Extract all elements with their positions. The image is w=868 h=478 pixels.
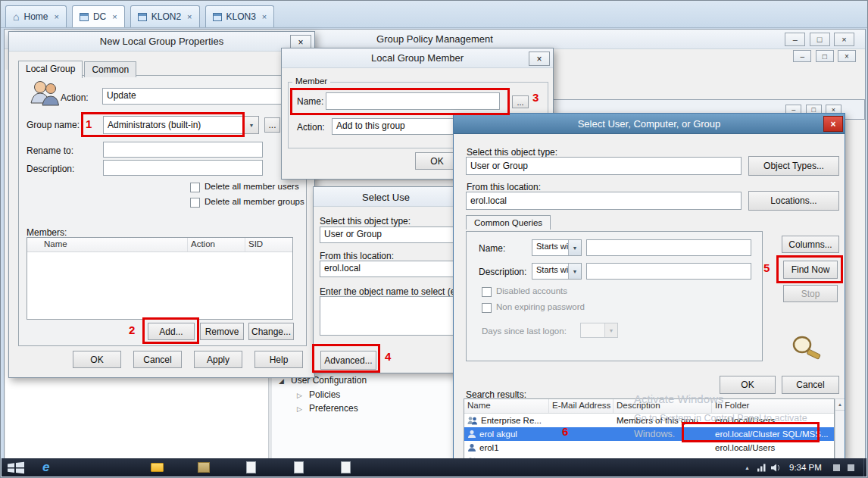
show-desktop-button[interactable] bbox=[863, 458, 868, 476]
tab-close-icon[interactable]: × bbox=[54, 12, 58, 21]
ok-button[interactable]: OK bbox=[720, 376, 776, 394]
taskbar-ie-button[interactable]: e bbox=[42, 458, 49, 476]
taskbar-app-button[interactable] bbox=[294, 458, 304, 476]
tree-expanded-icon[interactable]: ◢ bbox=[279, 377, 284, 385]
description-value-field[interactable] bbox=[586, 263, 751, 280]
tab-klon3-label: KLON3 bbox=[226, 11, 256, 22]
tab-close-icon[interactable]: × bbox=[262, 12, 267, 21]
annotation-number-6: 6 bbox=[562, 425, 568, 438]
annotation-box-2 bbox=[142, 317, 199, 344]
name-value-field[interactable] bbox=[586, 239, 751, 256]
columns-button[interactable]: Columns... bbox=[782, 236, 839, 253]
tree-item-label[interactable]: Policies bbox=[309, 389, 340, 400]
minimize-button[interactable]: – bbox=[785, 33, 805, 46]
tray-network-icon[interactable] bbox=[757, 458, 767, 476]
column-header-sid[interactable]: SID bbox=[245, 238, 292, 251]
days-since-logon-label: Days since last logon: bbox=[482, 326, 567, 336]
help-button[interactable]: Help bbox=[254, 351, 303, 368]
tray-notification-icon[interactable] bbox=[848, 458, 854, 476]
user-icon bbox=[467, 430, 476, 439]
close-button[interactable]: × bbox=[838, 50, 856, 62]
delete-member-groups-label: Delete all member groups bbox=[205, 197, 304, 206]
non-expiring-password-checkbox[interactable] bbox=[482, 303, 492, 313]
description-operator-combo[interactable]: Starts with ▼ bbox=[532, 263, 582, 280]
object-type-field: User or Group bbox=[466, 157, 742, 175]
tab-home-label: Home bbox=[23, 11, 48, 22]
console-window-controls: – □ × bbox=[792, 50, 856, 62]
results-scrollbar[interactable]: ▲ bbox=[835, 398, 845, 459]
tray-show-hidden-icons[interactable]: ▲ bbox=[745, 458, 750, 476]
close-button[interactable]: × bbox=[834, 33, 854, 46]
column-header-email[interactable]: E-Mail Address bbox=[549, 399, 614, 413]
folder-icon bbox=[151, 463, 164, 472]
tab-common[interactable]: Common bbox=[84, 61, 136, 77]
local-group-icon bbox=[29, 79, 61, 109]
app-icon bbox=[198, 462, 210, 473]
scroll-up-icon[interactable]: ▲ bbox=[835, 399, 845, 411]
restore-button[interactable]: □ bbox=[816, 50, 834, 62]
restore-button[interactable]: □ bbox=[810, 33, 830, 46]
cancel-button[interactable]: Cancel bbox=[782, 376, 839, 394]
group-name-browse-button[interactable]: ... bbox=[264, 117, 280, 133]
ok-button[interactable]: OK bbox=[73, 351, 121, 368]
dialog-titlebar: Local Group Member bbox=[282, 48, 553, 68]
rename-field[interactable] bbox=[103, 142, 263, 158]
tab-common-queries[interactable]: Common Queries bbox=[466, 215, 551, 230]
column-header-name[interactable]: Name bbox=[27, 238, 188, 251]
description-field[interactable] bbox=[103, 160, 263, 176]
change-button[interactable]: Change... bbox=[248, 323, 294, 340]
activate-windows-watermark: Activate Windows bbox=[634, 392, 723, 405]
description-label: Description: bbox=[479, 267, 526, 277]
name-operator-combo[interactable]: Starts with ▼ bbox=[532, 239, 582, 256]
action-field[interactable]: Update bbox=[102, 88, 288, 105]
tab-dc[interactable]: DC × bbox=[72, 5, 125, 27]
minimize-button[interactable]: – bbox=[793, 50, 811, 62]
close-button[interactable]: × bbox=[529, 52, 550, 66]
tree-collapsed-icon[interactable]: ▷ bbox=[297, 392, 302, 399]
taskbar-clock[interactable]: 9:34 PM bbox=[789, 458, 822, 476]
group-name-dropdown-button[interactable]: ▼ bbox=[244, 116, 259, 134]
tab-close-icon[interactable]: × bbox=[187, 12, 192, 21]
start-button[interactable] bbox=[7, 458, 25, 476]
chevron-down-icon: ▼ bbox=[249, 123, 254, 128]
column-header-name[interactable]: Name bbox=[464, 399, 549, 413]
column-header-action[interactable]: Action bbox=[188, 238, 245, 251]
tab-close-icon[interactable]: × bbox=[112, 12, 117, 21]
document-icon bbox=[246, 461, 256, 473]
members-label: Members: bbox=[27, 227, 67, 238]
tray-volume-icon[interactable] bbox=[771, 458, 781, 476]
result-row[interactable]: erol1 erol.local/Users bbox=[464, 441, 834, 455]
column-header-in-folder[interactable]: In Folder bbox=[712, 399, 834, 413]
tab-klon3[interactable]: KLON3 × bbox=[205, 5, 275, 27]
taskbar-explorer-button[interactable] bbox=[151, 458, 164, 476]
search-glass-icon bbox=[790, 333, 823, 361]
annotation-box-6 bbox=[682, 422, 820, 442]
tab-local-group[interactable]: Local Group bbox=[18, 61, 83, 78]
tab-home[interactable]: ⌂ Home × bbox=[5, 5, 67, 27]
tray-notification-icon[interactable] bbox=[833, 458, 840, 476]
taskbar-app-button[interactable] bbox=[341, 458, 351, 476]
delete-member-users-checkbox[interactable] bbox=[190, 183, 200, 192]
member-browse-button[interactable]: ... bbox=[512, 95, 529, 108]
apply-button[interactable]: Apply bbox=[194, 351, 242, 368]
object-type-label: Select this object type: bbox=[320, 216, 411, 227]
tree-collapsed-icon[interactable]: ▷ bbox=[297, 405, 302, 413]
group-icon bbox=[467, 416, 478, 425]
tab-klon2[interactable]: KLON2 × bbox=[130, 5, 200, 27]
remove-button[interactable]: Remove bbox=[200, 323, 244, 340]
property-tabs: Local Group Common bbox=[18, 61, 138, 77]
locations-button[interactable]: Locations... bbox=[748, 191, 839, 211]
cancel-button[interactable]: Cancel bbox=[133, 351, 182, 368]
gpm-window-controls: – □ × bbox=[783, 33, 854, 46]
from-location-field: erol.local bbox=[466, 192, 742, 210]
chevron-down-icon: ▼ bbox=[568, 240, 581, 255]
taskbar-app-button[interactable] bbox=[246, 458, 256, 476]
delete-member-users-label: Delete all member users bbox=[205, 182, 299, 191]
tree-item-label[interactable]: Preferences bbox=[309, 403, 358, 414]
close-button[interactable]: × bbox=[823, 116, 843, 132]
disabled-accounts-checkbox[interactable] bbox=[482, 287, 492, 297]
chevron-down-icon: ▼ bbox=[568, 264, 581, 279]
delete-member-groups-checkbox[interactable] bbox=[190, 198, 200, 208]
object-types-button[interactable]: Object Types... bbox=[748, 156, 839, 176]
taskbar-app-button[interactable] bbox=[198, 458, 210, 476]
